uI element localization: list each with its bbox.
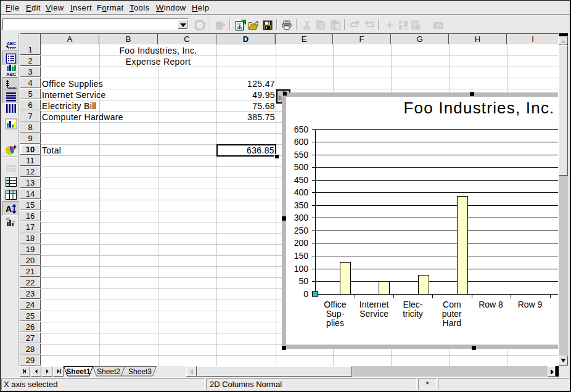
svg-text:Sheet2: Sheet2: [97, 367, 120, 376]
svg-text:ABC: ABC: [6, 71, 17, 77]
svg-text:Row 9: Row 9: [518, 300, 543, 309]
svg-text:450: 450: [294, 175, 309, 185]
svg-text:0: 0: [303, 289, 308, 299]
svg-text:tricity: tricity: [403, 309, 423, 319]
svg-text:Sheet3: Sheet3: [128, 367, 152, 376]
svg-text:550: 550: [294, 150, 309, 160]
svg-text:600: 600: [294, 137, 309, 147]
svg-text:puter: puter: [442, 309, 462, 319]
svg-text:200: 200: [294, 238, 309, 248]
svg-text:300: 300: [294, 213, 309, 223]
svg-text:A: A: [6, 204, 12, 214]
svg-text:350: 350: [294, 200, 309, 210]
svg-text:Hard: Hard: [443, 318, 461, 328]
svg-text:ABC: ABC: [7, 41, 16, 46]
svg-text:Foo Industries, Inc.: Foo Industries, Inc.: [403, 99, 554, 117]
svg-text:250: 250: [294, 226, 309, 235]
svg-text:Sheet1: Sheet1: [66, 367, 91, 376]
svg-text:Elec-: Elec-: [403, 300, 423, 309]
svg-text:650: 650: [294, 125, 309, 134]
svg-text:Com: Com: [443, 300, 461, 309]
svg-text:Service: Service: [359, 309, 388, 319]
svg-text:500: 500: [294, 162, 309, 172]
svg-text:150: 150: [294, 251, 309, 261]
svg-text:Sup-: Sup-: [326, 309, 345, 319]
svg-text:Office: Office: [324, 300, 347, 309]
svg-text:plies: plies: [326, 318, 344, 328]
svg-text:Internet: Internet: [359, 300, 389, 309]
svg-text:50: 50: [298, 276, 308, 286]
svg-text:400: 400: [294, 187, 309, 197]
svg-text:100: 100: [294, 264, 309, 274]
svg-text:Row 8: Row 8: [479, 300, 503, 309]
